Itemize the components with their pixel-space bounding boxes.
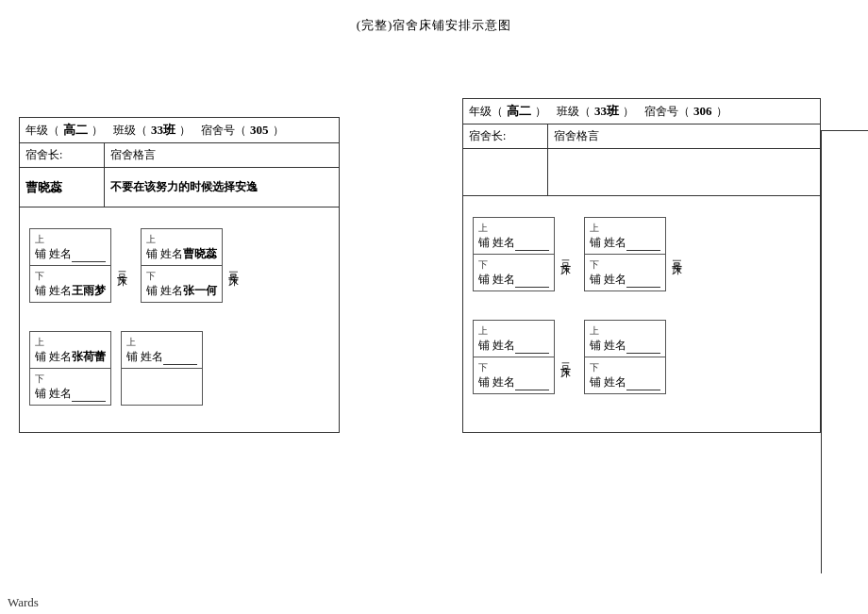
dorm-label-left: 宿舍号（ [201,123,246,139]
bunk4-box-right: 上 铺 姓名 下 铺 姓名 [584,320,666,394]
card-right-header: 年级（高二） 班级（33班） 宿舍号（306） [463,99,820,124]
bunk2-box-right: 上 铺 姓名 下 铺 姓名 [584,217,666,291]
bunk4-top-right: 上 铺 姓名 [585,321,665,357]
bunk2-top-left: 上 铺 姓名曹晓蕊 [142,229,222,266]
spacer2-right [463,299,820,312]
bunk1-left: 上 铺 姓名 下 铺 姓名王雨梦 二号床 [29,228,131,303]
spacer2-left [20,310,339,324]
spacer-left [20,207,339,221]
bunk3-box-right: 上 铺 姓名 下 铺 姓名 [473,320,555,394]
bunk1-num-left: 二号床 [113,228,131,303]
bunk4-top-left: 上 铺 姓名 [122,332,202,369]
grade-label-left: 年级（ [25,123,59,139]
bunk1-box-left: 上 铺 姓名 下 铺 姓名王雨梦 [29,228,111,303]
motto-text-right [548,149,820,195]
motto-text-left: 不要在该努力的时候选择安逸 [105,168,339,207]
motto-label-cell-right: 宿舍格言 [548,124,820,148]
class-value-left: 33班 [151,122,175,139]
bunk2-num-left: 三号床 [225,228,242,303]
dorm-value-left: 305 [250,123,269,138]
bunk3-top-left: 上 铺 姓名张荷蕾 [30,332,110,369]
bunk1-right: 上 铺 姓名 下 铺 姓名 二号床 [473,217,575,291]
card-left: 年级（高二） 班级（33班） 宿舍号（305） 宿舍长: 宿舍格言 曹晓蕊 不要… [19,117,340,433]
right-partial-card [821,130,868,573]
bunk2-num-right: 三号床 [668,217,686,291]
wards-label: Wards [0,591,46,614]
leader-name-right [463,149,548,195]
info-row-right: 宿舍长: 宿舍格言 [463,124,820,149]
bed-row1-right: 上 铺 姓名 下 铺 姓名 二号床 上 铺 姓名 [463,209,820,299]
bunk3-top-right: 上 铺 姓名 [474,321,554,357]
bunk2-top-right: 上 铺 姓名 [585,218,665,255]
card-right: 年级（高二） 班级（33班） 宿舍号（306） 宿舍长: 宿舍格言 [462,98,821,433]
bunk3-bottom-right: 下 铺 姓名 [474,357,554,393]
bunk1-top-right: 上 铺 姓名 [474,218,554,255]
bunk3-num-right: 二号床 [557,320,575,394]
info-row-left: 宿舍长: 宿舍格言 [20,143,339,168]
bunk2-right: 上 铺 姓名 下 铺 姓名 三号床 [584,217,686,291]
bunk4-right: 上 铺 姓名 下 铺 姓名 [584,320,666,394]
bed-row1-left: 上 铺 姓名 下 铺 姓名王雨梦 二号床 上 铺 姓名曹晓蕊 [20,221,339,310]
motto-row-right [463,149,820,196]
page-title: (完整)宿舍床铺安排示意图 [0,0,868,41]
bunk2-bottom-right: 下 铺 姓名 [585,255,665,290]
bunk4-box-left: 上 铺 姓名 [121,331,203,406]
bed-row2-left: 上 铺 姓名张荷蕾 下 铺 姓名 上 铺 姓名 [20,324,339,413]
bunk2-bottom-left: 下 铺 姓名张一何 [142,266,222,302]
bed-row2-right: 上 铺 姓名 下 铺 姓名 二号床 上 铺 姓名 [463,312,820,402]
motto-label-cell-left: 宿舍格言 [105,143,339,167]
bunk3-bottom-left: 下 铺 姓名 [30,369,110,405]
bunk4-bottom-right: 下 铺 姓名 [585,357,665,393]
bunk1-bottom-right: 下 铺 姓名 [474,255,554,290]
bunk3-box-left: 上 铺 姓名张荷蕾 下 铺 姓名 [29,331,111,406]
motto-label-left: 宿舍格言 [110,148,156,161]
card-left-header: 年级（高二） 班级（33班） 宿舍号（305） [20,118,339,143]
bunk4-bottom-left [122,369,202,393]
bunk2-box-left: 上 铺 姓名曹晓蕊 下 铺 姓名张一何 [141,228,223,303]
bunk1-num-right: 二号床 [557,217,575,291]
bunk1-box-right: 上 铺 姓名 下 铺 姓名 [473,217,555,291]
motto-row-left: 曹晓蕊 不要在该努力的时候选择安逸 [20,168,339,207]
bunk1-top-left: 上 铺 姓名 [30,229,110,266]
grade-value-left: 高二 [63,122,88,139]
leader-label-left: 宿舍长: [25,148,62,161]
bunk1-bottom-left: 下 铺 姓名王雨梦 [30,266,110,302]
bunk3-right: 上 铺 姓名 下 铺 姓名 二号床 [473,320,575,394]
leader-cell-right: 宿舍长: [463,124,548,148]
spacer-right [463,196,820,209]
main-content: 年级（高二） 班级（33班） 宿舍号（305） 宿舍长: 宿舍格言 曹晓蕊 不要… [0,98,868,433]
bunk3-left: 上 铺 姓名张荷蕾 下 铺 姓名 [29,331,111,406]
leader-cell-left: 宿舍长: [20,143,105,167]
class-label-left: 班级（ [113,123,147,139]
leader-name-left: 曹晓蕊 [20,168,105,207]
bunk4-left: 上 铺 姓名 [121,331,203,406]
bunk2-left: 上 铺 姓名曹晓蕊 下 铺 姓名张一何 三号床 [141,228,242,303]
